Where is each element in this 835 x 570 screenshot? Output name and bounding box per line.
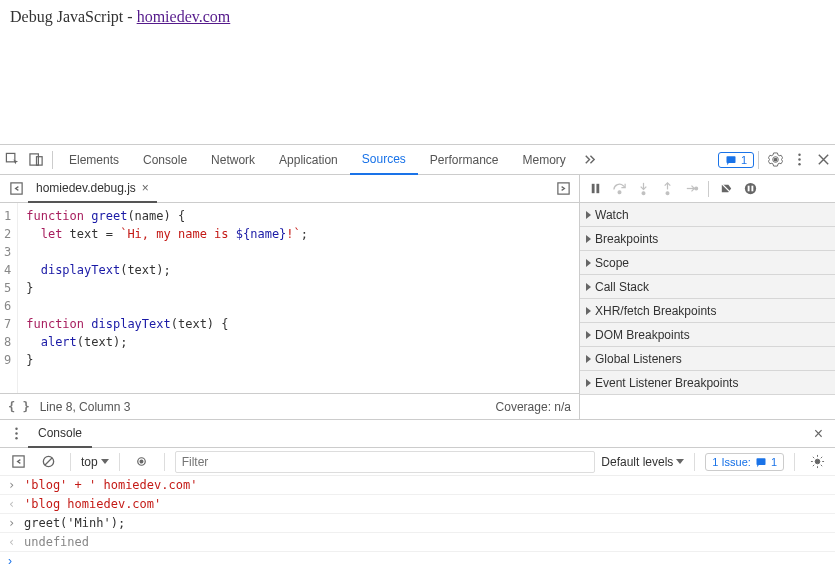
svg-rect-26 <box>756 458 765 465</box>
more-tabs-icon[interactable] <box>578 148 602 172</box>
expand-icon <box>586 355 591 363</box>
console-entry: ‹'blog homiedev.com' <box>0 495 835 514</box>
clear-console-icon[interactable] <box>36 450 60 474</box>
expand-icon <box>586 259 591 267</box>
console-drawer-tab[interactable]: Console <box>28 420 92 448</box>
sources-pane: homiedev.debug.js × 123456789 function g… <box>0 175 835 419</box>
svg-point-12 <box>618 191 621 194</box>
pretty-print-icon[interactable]: { } <box>8 400 30 414</box>
svg-rect-3 <box>726 156 735 163</box>
page-heading: Debug JavaScript - homiedev.com <box>0 0 835 34</box>
editor-status-bar: { } Line 8, Column 3 Coverage: n/a <box>0 393 579 419</box>
console-entry: ›'blog' + ' homiedev.com' <box>0 476 835 495</box>
debugger-toolbar <box>580 175 835 203</box>
svg-point-20 <box>15 432 17 434</box>
console-drawer: Console × top Default levels 1 Issue: 1 … <box>0 419 835 570</box>
debugger-section[interactable]: Call Stack <box>580 275 835 299</box>
devtools-panel: Elements Console Network Application Sou… <box>0 144 835 570</box>
code-editor[interactable]: 123456789 function greet(name) { let tex… <box>0 203 579 393</box>
kebab-icon[interactable] <box>787 148 811 172</box>
svg-rect-10 <box>591 184 594 193</box>
context-selector[interactable]: top <box>81 455 109 469</box>
console-prompt[interactable]: › <box>0 552 835 570</box>
console-entry: ‹undefined <box>0 533 835 552</box>
svg-point-16 <box>744 183 755 194</box>
console-entry: ›greet('Minh'); <box>0 514 835 533</box>
navigator-toggle-icon[interactable] <box>4 177 28 201</box>
console-drawer-tabs: Console × <box>0 420 835 448</box>
issues-chip-count: 1 <box>741 154 747 166</box>
svg-rect-2 <box>36 157 42 165</box>
debugger-section[interactable]: Event Listener Breakpoints <box>580 371 835 395</box>
tab-console[interactable]: Console <box>131 145 199 175</box>
issues-pill[interactable]: 1 Issue: 1 <box>705 453 784 471</box>
debugger-section[interactable]: Scope <box>580 251 835 275</box>
drawer-kebab-icon[interactable] <box>4 422 28 446</box>
debugger-section[interactable]: XHR/fetch Breakpoints <box>580 299 835 323</box>
file-tab-name: homiedev.debug.js <box>36 181 136 195</box>
step-over-icon[interactable] <box>608 177 630 201</box>
svg-point-7 <box>798 163 800 165</box>
file-tab[interactable]: homiedev.debug.js × <box>28 175 157 203</box>
expand-icon <box>586 331 591 339</box>
svg-point-5 <box>798 154 800 156</box>
debugger-section[interactable]: DOM Breakpoints <box>580 323 835 347</box>
svg-point-19 <box>15 428 17 430</box>
console-filter-input[interactable] <box>175 451 596 473</box>
file-tab-close-icon[interactable]: × <box>142 181 149 195</box>
svg-point-15 <box>694 187 697 190</box>
expand-icon <box>586 235 591 243</box>
expand-icon <box>586 283 591 291</box>
console-sidebar-toggle-icon[interactable] <box>6 450 30 474</box>
expand-icon <box>586 379 591 387</box>
code-content: function greet(name) { let text = `Hi, m… <box>18 203 316 393</box>
console-toolbar: top Default levels 1 Issue: 1 <box>0 448 835 476</box>
expand-icon <box>586 307 591 315</box>
step-icon[interactable] <box>680 177 702 201</box>
svg-point-6 <box>798 158 800 160</box>
page-title-link[interactable]: homiedev.com <box>137 8 231 25</box>
cursor-position: Line 8, Column 3 <box>40 400 131 414</box>
svg-rect-17 <box>747 186 749 192</box>
tab-performance[interactable]: Performance <box>418 145 511 175</box>
tab-memory[interactable]: Memory <box>511 145 578 175</box>
svg-point-27 <box>815 459 820 464</box>
expand-icon <box>586 211 591 219</box>
inspect-icon[interactable] <box>0 148 24 172</box>
deactivate-breakpoints-icon[interactable] <box>715 177 737 201</box>
svg-point-14 <box>666 192 669 195</box>
code-gutter: 123456789 <box>0 203 18 393</box>
step-out-icon[interactable] <box>656 177 678 201</box>
close-devtools-icon[interactable] <box>811 148 835 172</box>
device-toggle-icon[interactable] <box>24 148 48 172</box>
log-levels-selector[interactable]: Default levels <box>601 455 684 469</box>
live-expression-icon[interactable] <box>130 450 154 474</box>
debugger-section[interactable]: Watch <box>580 203 835 227</box>
step-into-icon[interactable] <box>632 177 654 201</box>
console-drawer-close-icon[interactable]: × <box>806 425 831 443</box>
pause-on-exceptions-icon[interactable] <box>739 177 761 201</box>
svg-rect-18 <box>751 186 753 192</box>
devtools-tab-bar: Elements Console Network Application Sou… <box>0 145 835 175</box>
console-settings-icon[interactable] <box>805 450 829 474</box>
page-title-prefix: Debug JavaScript - <box>10 8 137 25</box>
pause-icon[interactable] <box>584 177 606 201</box>
tab-application[interactable]: Application <box>267 145 350 175</box>
svg-point-25 <box>140 460 143 463</box>
tab-elements[interactable]: Elements <box>57 145 131 175</box>
svg-point-4 <box>773 158 777 162</box>
debugger-section[interactable]: Global Listeners <box>580 347 835 371</box>
debugger-sidebar: WatchBreakpointsScopeCall StackXHR/fetch… <box>580 175 835 419</box>
file-tab-bar: homiedev.debug.js × <box>0 175 579 203</box>
svg-point-13 <box>642 192 645 195</box>
svg-rect-11 <box>596 184 599 193</box>
svg-point-21 <box>15 437 17 439</box>
issues-chip[interactable]: 1 <box>718 152 754 168</box>
debugger-section[interactable]: Breakpoints <box>580 227 835 251</box>
overflow-toggle-icon[interactable] <box>551 177 575 201</box>
coverage-status: Coverage: n/a <box>496 400 571 414</box>
svg-rect-0 <box>6 153 14 161</box>
tab-sources[interactable]: Sources <box>350 145 418 175</box>
tab-network[interactable]: Network <box>199 145 267 175</box>
settings-icon[interactable] <box>763 148 787 172</box>
